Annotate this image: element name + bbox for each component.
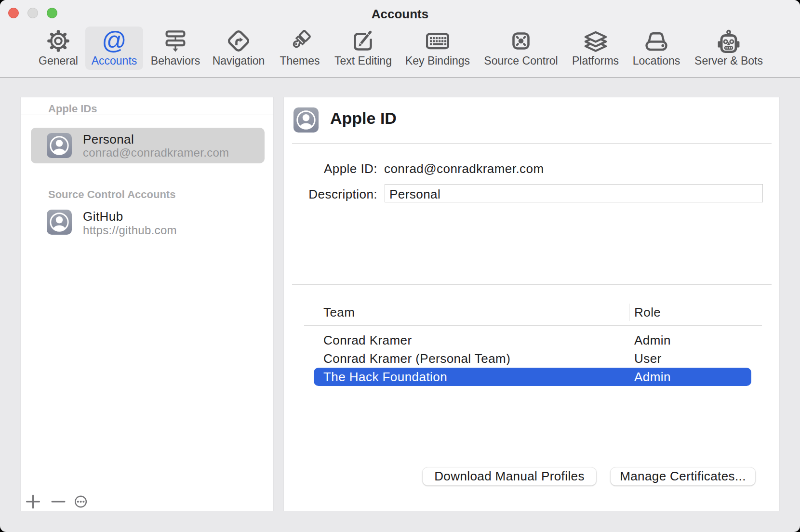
svg-text:@: @ [103,29,126,53]
